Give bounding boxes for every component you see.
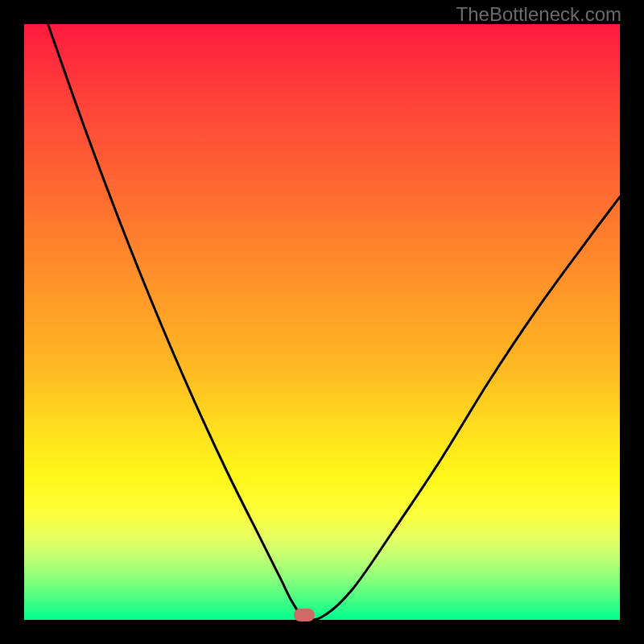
minimum-marker bbox=[294, 609, 315, 621]
watermark-text: TheBottleneck.com bbox=[456, 3, 621, 26]
chart-frame: TheBottleneck.com bbox=[0, 0, 644, 644]
plot-area bbox=[24, 24, 620, 620]
bottleneck-curve bbox=[24, 24, 620, 620]
